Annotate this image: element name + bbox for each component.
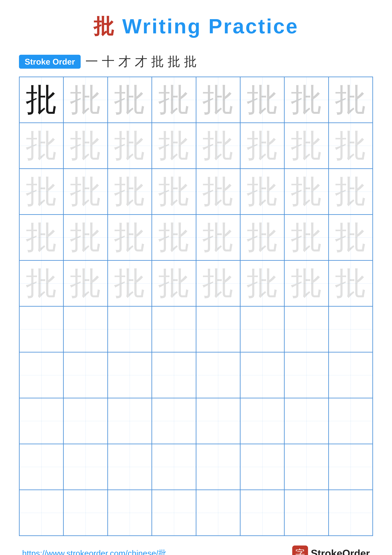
grid-char: 批 (335, 222, 366, 253)
grid-cell[interactable] (240, 398, 284, 444)
grid-cell[interactable] (19, 352, 64, 398)
grid-cell[interactable]: 批 (19, 215, 64, 260)
grid-char: 批 (291, 222, 322, 253)
grid-cell[interactable]: 批 (284, 123, 328, 169)
grid-char: 批 (114, 268, 145, 299)
grid-cell[interactable] (284, 352, 328, 398)
grid-cell[interactable]: 批 (240, 260, 284, 306)
grid-cell[interactable]: 批 (284, 169, 328, 215)
grid-cell[interactable]: 批 (284, 260, 328, 306)
grid-cell[interactable] (108, 306, 152, 352)
stroke-step-7: 批 (184, 53, 197, 70)
stroke-step-2: 十 (102, 53, 114, 70)
grid-cell[interactable] (240, 352, 284, 398)
grid-cell[interactable] (328, 352, 373, 398)
grid-cell[interactable]: 批 (108, 260, 152, 306)
grid-cell[interactable] (108, 490, 152, 536)
grid-cell[interactable]: 批 (240, 215, 284, 260)
grid-cell[interactable]: 批 (240, 169, 284, 215)
grid-cell[interactable] (152, 444, 196, 490)
grid-cell[interactable]: 批 (108, 169, 152, 215)
grid-cell[interactable] (284, 306, 328, 352)
grid-cell[interactable] (19, 398, 64, 444)
grid-cell[interactable]: 批 (108, 77, 152, 123)
writing-grid: 批 批 批 批 批 批 批 批 批 批 批 批 批 批 批 批 批 批 批 批 … (19, 77, 373, 536)
grid-cell[interactable] (152, 306, 196, 352)
grid-cell[interactable] (240, 306, 284, 352)
grid-cell[interactable] (108, 398, 152, 444)
grid-cell[interactable] (240, 490, 284, 536)
grid-cell[interactable]: 批 (108, 215, 152, 260)
grid-cell[interactable]: 批 (64, 123, 107, 169)
grid-cell[interactable]: 批 (19, 260, 64, 306)
grid-cell[interactable] (284, 444, 328, 490)
grid-cell[interactable]: 批 (196, 260, 240, 306)
grid-cell[interactable]: 批 (108, 123, 152, 169)
grid-cell[interactable]: 批 (19, 123, 64, 169)
grid-cell[interactable] (108, 352, 152, 398)
footer-logo-text: StrokeOrder (311, 548, 370, 555)
grid-cell[interactable] (19, 490, 64, 536)
grid-cell[interactable]: 批 (64, 169, 107, 215)
grid-cell[interactable] (196, 444, 240, 490)
grid-char: 批 (70, 222, 101, 253)
grid-cell[interactable] (152, 398, 196, 444)
grid-cell[interactable]: 批 (240, 77, 284, 123)
grid-cell[interactable] (64, 444, 107, 490)
grid-cell[interactable]: 批 (64, 260, 107, 306)
grid-cell[interactable] (284, 398, 328, 444)
grid-cell[interactable]: 批 (152, 123, 196, 169)
grid-row-10 (19, 490, 373, 536)
grid-cell[interactable] (19, 306, 64, 352)
grid-cell[interactable]: 批 (196, 169, 240, 215)
stroke-step-6: 批 (168, 53, 180, 70)
grid-cell[interactable]: 批 (152, 215, 196, 260)
footer-url[interactable]: https://www.strokeorder.com/chinese/批 (22, 548, 166, 555)
grid-cell[interactable] (328, 398, 373, 444)
grid-cell[interactable]: 批 (19, 77, 64, 123)
grid-cell[interactable] (284, 490, 328, 536)
grid-row-2: 批 批 批 批 批 批 批 批 (19, 123, 373, 169)
grid-cell[interactable] (328, 306, 373, 352)
grid-cell[interactable] (152, 352, 196, 398)
grid-char: 批 (26, 222, 57, 253)
grid-cell[interactable]: 批 (328, 123, 373, 169)
grid-cell[interactable] (64, 306, 107, 352)
grid-cell[interactable]: 批 (328, 77, 373, 123)
grid-cell[interactable]: 批 (328, 169, 373, 215)
grid-row-3: 批 批 批 批 批 批 批 批 (19, 169, 373, 215)
grid-cell[interactable] (108, 444, 152, 490)
grid-cell[interactable]: 批 (64, 77, 107, 123)
grid-cell[interactable] (328, 490, 373, 536)
grid-cell[interactable]: 批 (152, 169, 196, 215)
grid-char: 批 (70, 268, 101, 299)
grid-cell[interactable] (328, 444, 373, 490)
grid-cell[interactable] (196, 398, 240, 444)
grid-cell[interactable] (152, 490, 196, 536)
stroke-order-badge: Stroke Order (19, 55, 81, 69)
grid-char: 批 (291, 130, 322, 161)
grid-cell[interactable]: 批 (64, 215, 107, 260)
grid-cell[interactable] (196, 352, 240, 398)
grid-cell[interactable]: 批 (152, 77, 196, 123)
grid-cell[interactable] (64, 398, 107, 444)
grid-cell[interactable]: 批 (152, 260, 196, 306)
grid-cell[interactable] (64, 490, 107, 536)
grid-cell[interactable]: 批 (196, 215, 240, 260)
grid-cell[interactable]: 批 (284, 215, 328, 260)
page-title: 批 Writing Practice (93, 13, 299, 41)
grid-cell[interactable] (196, 306, 240, 352)
grid-row-1: 批 批 批 批 批 批 批 批 (19, 77, 373, 123)
grid-cell[interactable]: 批 (19, 169, 64, 215)
grid-cell[interactable] (240, 444, 284, 490)
grid-cell[interactable] (196, 490, 240, 536)
grid-cell[interactable] (64, 352, 107, 398)
grid-cell[interactable]: 批 (196, 77, 240, 123)
grid-cell[interactable]: 批 (328, 215, 373, 260)
grid-cell[interactable]: 批 (196, 123, 240, 169)
grid-cell[interactable]: 批 (240, 123, 284, 169)
grid-cell[interactable]: 批 (328, 260, 373, 306)
grid-char: 批 (202, 84, 234, 116)
grid-cell[interactable]: 批 (284, 77, 328, 123)
grid-cell[interactable] (19, 444, 64, 490)
